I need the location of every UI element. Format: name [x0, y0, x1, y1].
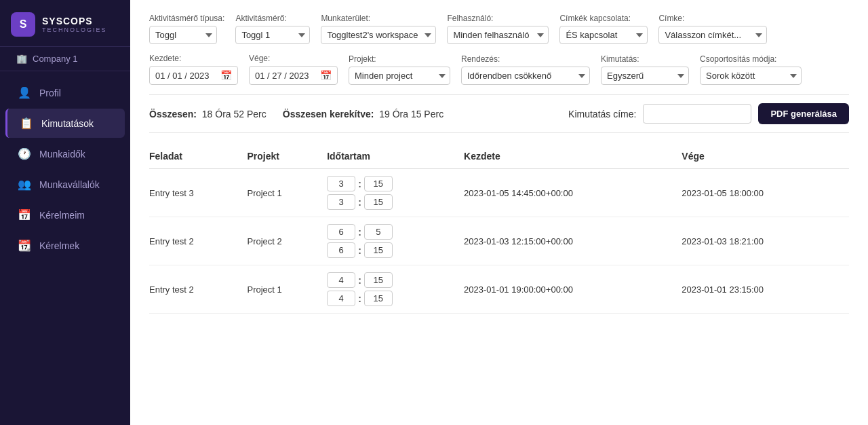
divider-1	[149, 94, 849, 95]
main-content: Aktivitásmérő típusa: Toggl Aktivitásmér…	[130, 0, 868, 425]
filter-group-vege: Vége: 01 / 27 / 2023 📅	[249, 54, 338, 85]
cell-kezdete: 2023-01-05 14:45:00+00:00	[464, 169, 682, 217]
osszesen-value: 18 Óra 52 Perc	[202, 109, 267, 119]
col-vege: Vége	[682, 144, 849, 169]
cell-vege: 2023-01-05 18:00:00	[682, 169, 849, 217]
cell-kezdete: 2023-01-03 12:15:00+00:00	[464, 217, 682, 265]
kezdete-label: Kezdete:	[149, 54, 238, 63]
vege-date-input[interactable]: 01 / 27 / 2023 📅	[249, 66, 338, 85]
sidebar-item-kérelmek[interactable]: 📆 Kérelmek	[5, 231, 125, 260]
projekt-select[interactable]: Minden project	[349, 67, 450, 85]
kezdete-input[interactable]: 01 / 01 / 2023	[155, 71, 216, 81]
osszesen-label: Összesen:	[149, 109, 197, 119]
duration-hours-top[interactable]	[327, 272, 355, 288]
logo-icon: S	[11, 12, 35, 37]
filter-group-cimke: Címke: Válasszon címkét...	[658, 14, 767, 44]
munkavállalók-icon: 👥	[18, 178, 31, 191]
colon-icon: :	[358, 293, 361, 304]
filter-group-rendezes: Rendezés: Időrendben csökkenő	[461, 54, 590, 85]
colon-icon: :	[358, 227, 361, 238]
kérelmek-label: Kérelmek	[39, 240, 79, 251]
sidebar-item-munkavállalók[interactable]: 👥 Munkavállalók	[5, 170, 125, 199]
cell-idotartam: : :	[327, 265, 464, 314]
rendezes-select[interactable]: Időrendben csökkenő	[461, 67, 590, 85]
kimutatás-cime-input[interactable]	[643, 104, 751, 124]
profil-icon: 👤	[18, 86, 31, 99]
munkaterulet-select[interactable]: Toggltest2's workspace	[321, 26, 436, 44]
filter-row-2: Kezdete: 01 / 01 / 2023 📅 Vége: 01 / 27 …	[149, 54, 849, 85]
cell-idotartam: : :	[327, 217, 464, 265]
sidebar-nav: 👤 Profil 📋 Kimutatások 🕐 Munkaidők 👥 Mun…	[0, 71, 130, 425]
duration-mins-bottom[interactable]	[364, 242, 393, 258]
cimke-label: Címke:	[658, 14, 767, 23]
colon-icon: :	[358, 245, 361, 256]
filter-group-cimkek-kapcsolata: Címkék kapcsolata: ÉS kapcsolat	[559, 14, 648, 44]
duration-mins-top[interactable]	[364, 176, 393, 191]
osszesen-kerekitve-value: 19 Óra 15 Perc	[379, 109, 443, 119]
table-row: Entry test 2 Project 1 : : 2023-01-0	[149, 265, 849, 314]
cell-vege: 2023-01-03 18:21:00	[682, 217, 849, 265]
cimkek-kapcsolata-select[interactable]: ÉS kapcsolat	[559, 26, 648, 44]
duration-mins-bottom[interactable]	[364, 194, 393, 210]
col-idotartam: Időtartam	[327, 144, 464, 169]
osszesen-kerekitve-item: Összesen kerekítve: 19 Óra 15 Perc	[283, 109, 443, 119]
calendar-icon-kezdete: 📅	[220, 70, 232, 81]
duration-hours-bottom[interactable]	[327, 194, 355, 210]
vege-input[interactable]: 01 / 27 / 2023	[255, 71, 316, 81]
cell-idotartam: : :	[327, 169, 464, 217]
cimke-select[interactable]: Válasszon címkét...	[658, 26, 767, 44]
sidebar: S SYSCOPS TECHNOLOGIES 🏢 Company 1 👤 Pro…	[0, 0, 130, 425]
sidebar-item-kimutatások[interactable]: 📋 Kimutatások	[5, 109, 125, 138]
cell-kezdete: 2023-01-01 19:00:00+00:00	[464, 265, 682, 314]
cell-vege: 2023-01-01 23:15:00	[682, 265, 849, 314]
aktivitas-tipusa-label: Aktivitásmérő típusa:	[149, 14, 224, 23]
logo-name: SYSCOPS	[42, 16, 107, 26]
cimkek-kapcsolata-label: Címkék kapcsolata:	[559, 14, 648, 23]
munkavállalók-label: Munkavállalók	[39, 179, 100, 190]
company-row[interactable]: 🏢 Company 1	[0, 47, 130, 71]
felhasznalo-select[interactable]: Minden felhasználó	[447, 26, 549, 44]
pdf-generálása-button[interactable]: PDF generálása	[758, 103, 849, 124]
sidebar-logo: S SYSCOPS TECHNOLOGIES	[0, 0, 130, 47]
felhasznalo-label: Felhasználó:	[447, 14, 549, 23]
csoportositas-select[interactable]: Sorok között	[700, 67, 802, 85]
filter-group-munkaterulet: Munkaterület: Toggltest2's workspace	[321, 14, 436, 44]
filter-group-felhasznalo: Felhasználó: Minden felhasználó	[447, 14, 549, 44]
duration-hours-top[interactable]	[327, 224, 355, 240]
sidebar-item-kérelmeim[interactable]: 📅 Kérelmeim	[5, 200, 125, 229]
duration-mins-bottom[interactable]	[364, 291, 393, 306]
rendezes-label: Rendezés:	[461, 54, 590, 64]
duration-hours-bottom[interactable]	[327, 242, 355, 258]
aktivitasmero-label: Aktivitásmérő:	[235, 14, 310, 23]
aktivitas-tipusa-select[interactable]: Toggl	[149, 26, 217, 44]
projekt-label: Projekt:	[349, 54, 450, 64]
cell-feladat: Entry test 2	[149, 265, 247, 314]
divider-2	[149, 132, 849, 133]
filter-group-csoportositas: Csoportosítás módja: Sorok között	[700, 54, 802, 85]
kezdete-date-input[interactable]: 01 / 01 / 2023 📅	[149, 66, 238, 85]
logo-text: SYSCOPS TECHNOLOGIES	[42, 16, 107, 33]
sidebar-item-munkaidők[interactable]: 🕐 Munkaidők	[5, 139, 125, 168]
csoportositas-label: Csoportosítás módja:	[700, 54, 802, 64]
filter-group-aktivitas-tipusa: Aktivitásmérő típusa: Toggl	[149, 14, 224, 44]
table-row: Entry test 2 Project 2 : : 2023-01-0	[149, 217, 849, 265]
kimutatás-select[interactable]: Egyszerű	[601, 67, 689, 85]
munkaterulet-label: Munkaterület:	[321, 14, 436, 23]
duration-hours-top[interactable]	[327, 176, 355, 191]
osszesen-kerekitve-label: Összesen kerekítve:	[283, 109, 374, 119]
kérelmeim-icon: 📅	[18, 208, 31, 221]
duration-hours-bottom[interactable]	[327, 291, 355, 306]
aktivitasmero-select[interactable]: Toggl 1	[235, 26, 310, 44]
filter-group-projekt: Projekt: Minden project	[349, 54, 450, 85]
duration-mins-top[interactable]	[364, 272, 393, 288]
filter-row-1: Aktivitásmérő típusa: Toggl Aktivitásmér…	[149, 14, 849, 44]
kimutatások-icon: 📋	[20, 117, 33, 130]
data-table: Feladat Projekt Időtartam Kezdete Vége E…	[149, 144, 849, 314]
col-projekt: Projekt	[247, 144, 327, 169]
colon-icon: :	[358, 179, 361, 189]
kérelmeim-label: Kérelmeim	[39, 210, 85, 221]
munkaidők-icon: 🕐	[18, 147, 31, 160]
vege-label: Vége:	[249, 54, 338, 63]
sidebar-item-profil[interactable]: 👤 Profil	[5, 78, 125, 107]
duration-mins-top[interactable]	[364, 224, 393, 240]
